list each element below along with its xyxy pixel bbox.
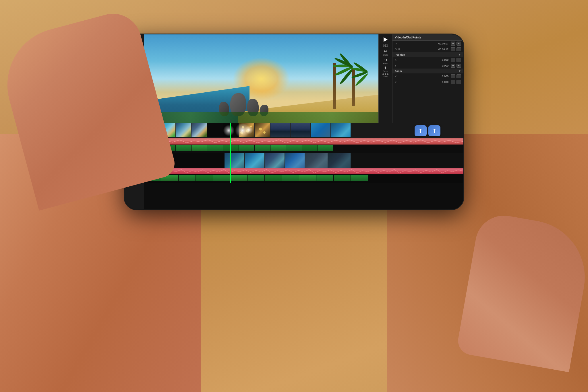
right-panel: Video In/Out Points IN 00:00:07 + − OUT … (392, 34, 463, 123)
zoom-x-minus-button[interactable]: − (457, 74, 461, 78)
sea-thumb-3 (265, 153, 285, 168)
green-b-11 (316, 175, 334, 181)
undo-icon: ↩ (384, 48, 387, 54)
green-b-6 (230, 175, 247, 181)
waveform-svg (144, 138, 463, 145)
thumb-8 (255, 123, 270, 137)
zoom-chevron: ▼ (458, 69, 461, 73)
play-button[interactable] (384, 37, 388, 42)
export-icon: ⬆ (384, 66, 387, 70)
redo-icon: ↪ (384, 57, 387, 63)
pos-y-minus-button[interactable]: − (457, 64, 461, 68)
pos-x-value: 0.000 (402, 58, 450, 61)
green-b-7 (247, 175, 265, 181)
redo-label: Redo (383, 63, 388, 65)
zoom-x-plus-button[interactable]: + (451, 74, 455, 78)
zoom-y-minus-button[interactable]: − (457, 80, 461, 84)
playhead-2 (230, 138, 231, 153)
green-audio-strip (144, 145, 463, 151)
export-label: Export (382, 70, 388, 72)
phone-screen: 🔒 Lock ♪ Music FX Effects T Text 🎙 Voice… (125, 34, 463, 209)
tools-icon (382, 73, 388, 75)
playhead (230, 123, 231, 138)
out-plus-button[interactable]: + (451, 47, 455, 51)
waveform-svg-2 (144, 168, 463, 174)
thumb-10 (291, 123, 311, 137)
export-button[interactable]: ⬆ Export (382, 66, 388, 72)
pos-x-plus-button[interactable]: + (451, 58, 455, 62)
waveform-track-2 (144, 168, 463, 174)
undo-button[interactable]: ↩ Undo (383, 48, 388, 56)
flare-3 (245, 126, 253, 134)
thumb-4 (192, 123, 207, 137)
out-minus-button[interactable]: − (457, 47, 461, 51)
playhead-3 (230, 153, 231, 168)
panel-row-position-y: Y 0.000 + − (392, 63, 463, 69)
green-cell-4 (192, 145, 207, 151)
waveform-track (144, 138, 463, 145)
green-b-13 (351, 175, 368, 181)
undo-label: Undo (383, 54, 388, 56)
play-area (384, 36, 388, 43)
audio-track-2 (144, 168, 463, 183)
pos-y-plus-button[interactable]: + (451, 64, 455, 68)
green-cell-8 (255, 145, 270, 151)
panel-row-zoom-y: Y 1.000 + − (392, 79, 463, 85)
green-cell-3 (176, 145, 192, 151)
palm-tree-1 (333, 63, 336, 109)
in-plus-button[interactable]: + (451, 42, 455, 46)
video-track-1: T T (144, 123, 463, 138)
position-title: Position (395, 53, 405, 56)
green-b-8 (265, 175, 282, 181)
video-preview (144, 34, 378, 123)
in-value: 00:00:07 (402, 42, 450, 45)
green-b-9 (282, 175, 299, 181)
zoom-x-value: 1.000 (402, 75, 450, 78)
phone: 🔒 Lock ♪ Music FX Effects T Text 🎙 Voice… (125, 34, 463, 209)
title-button-1[interactable]: T (415, 125, 427, 136)
redo-button[interactable]: ↪ Redo (383, 57, 388, 65)
green-b-12 (334, 175, 351, 181)
flare-1 (223, 125, 235, 136)
pos-y-value: 0.000 (402, 64, 450, 67)
green-cell-11 (302, 145, 318, 151)
pos-y-label: Y (395, 64, 401, 67)
thumb-5 (207, 123, 223, 137)
in-minus-button[interactable]: − (457, 42, 461, 46)
panel-row-position-x: X 0.000 + − (392, 57, 463, 63)
title-button-2[interactable]: T (428, 125, 440, 136)
thumb-12 (331, 123, 351, 137)
timeline: T T (144, 123, 463, 209)
video-track-2 (144, 153, 463, 168)
pos-x-minus-button[interactable]: − (457, 58, 461, 62)
city-thumb-3 (328, 153, 351, 168)
audio-track-1 (144, 138, 463, 153)
panel-header-inout: Video In/Out Points (392, 34, 463, 41)
tools-button[interactable]: Tools (382, 73, 388, 77)
sea-thumb-4 (285, 153, 305, 168)
zoom-y-plus-button[interactable]: + (451, 80, 455, 84)
playhead-4 (230, 168, 231, 183)
sea-thumb-1 (225, 153, 245, 168)
zoom-y-label: Y (395, 81, 401, 83)
title-buttons: T T (415, 125, 440, 136)
city-thumb-2 (305, 153, 328, 168)
out-label: OUT (395, 48, 401, 51)
thumb-11 (311, 123, 331, 137)
green-cell-10 (286, 145, 302, 151)
in-label: IN (395, 42, 401, 45)
green-b-5 (213, 175, 230, 181)
zoom-y-value: 1.000 (402, 81, 450, 83)
tools-label: Tools (383, 75, 388, 77)
palm-tree-2 (352, 69, 355, 106)
panel-row-zoom-x: X 1.000 + − (392, 73, 463, 79)
green-cell-7 (239, 145, 255, 151)
thumb-9 (270, 123, 291, 137)
green-b-3 (179, 175, 196, 181)
green-audio-strip-2 (144, 175, 463, 181)
zoom-title: Zoom (395, 70, 402, 73)
panel-row-in: IN 00:00:07 + − (392, 41, 463, 46)
pos-x-label: X (395, 58, 401, 61)
sea-thumb-2 (245, 153, 265, 168)
green-b-10 (299, 175, 316, 181)
